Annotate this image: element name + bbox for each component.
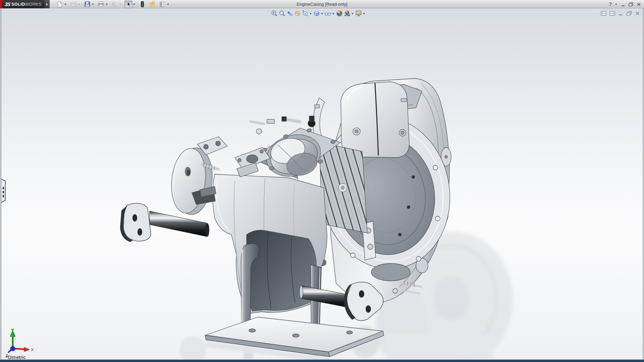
view-orientation-caret[interactable] [310,13,312,15]
print-dropdown-caret[interactable] [106,4,108,6]
file-properties-icon [149,1,156,8]
file-properties-button[interactable] [148,1,156,8]
pane-right-icon [609,11,615,16]
view-settings-icon [355,10,362,17]
pane-left-icon [601,11,606,16]
help-button[interactable]: ? [609,1,612,8]
top-cover[interactable] [341,82,409,158]
undo-icon [111,1,118,8]
minimize-button[interactable] [621,1,626,8]
new-dropdown-caret[interactable] [64,4,66,6]
apply-scene-icon [343,10,351,17]
show-pane-right-button[interactable] [609,10,615,17]
select-tool-button[interactable] [124,1,132,8]
triad-y-label: Y [11,328,14,333]
print-icon [98,1,104,8]
appearance-ball-icon [336,10,343,17]
rebuild-button[interactable] [138,1,146,8]
standard-toolbar [56,0,170,8]
left-cover-disc[interactable] [168,145,215,216]
solidworks-logo: 3S SOLIDWORKS [2,0,45,8]
show-pane-left-button[interactable] [601,10,606,17]
restore-document-icon [626,11,632,16]
open-dropdown-caret[interactable] [78,4,80,6]
zoom-to-area-icon [278,10,285,17]
view-settings-button[interactable] [355,10,362,17]
close-icon [636,2,641,7]
open-document-button[interactable] [69,1,77,8]
window-controls: ? [609,0,641,8]
display-style-icon [313,10,320,17]
close-document-icon [635,11,640,16]
restore-document-button[interactable] [626,10,632,17]
hide-show-items-button[interactable] [324,10,332,17]
view-orientation-button[interactable] [301,10,309,17]
close-document-button[interactable] [635,10,640,17]
close-button[interactable] [636,1,641,8]
previous-view-button[interactable] [286,10,293,17]
new-document-icon [56,1,63,8]
triad-x-axis: X [13,347,34,352]
window-edge-left [0,8,1,362]
options-button[interactable] [158,1,166,8]
traffic-light-icon [139,1,146,8]
section-view-button[interactable] [293,10,301,17]
options-dropdown-caret[interactable] [167,4,169,6]
triad-x-label: X [31,347,34,352]
brand-name-light: WORKS [25,2,42,7]
minimize-document-button[interactable] [618,10,623,17]
zoom-to-fit-button[interactable] [270,10,278,17]
previous-view-icon [286,10,293,17]
rod-flange-left [123,203,151,241]
zoom-to-area-button[interactable] [278,10,286,17]
help-dropdown-caret[interactable] [615,4,617,6]
minimize-document-icon [618,11,623,16]
window-edge-right [643,8,644,362]
view-orientation-icon [302,10,309,17]
save-button[interactable] [83,1,91,8]
options-checklist-icon [159,1,166,8]
solidworks-logo-glyph: 3S [4,1,11,7]
eyeglasses-icon [324,10,331,17]
restore-button[interactable] [628,1,634,8]
apply-scene-button[interactable] [343,10,351,17]
undo-dropdown-caret[interactable] [119,4,121,6]
restore-icon [628,2,634,7]
document-window-controls [601,10,640,17]
menu-expand-button[interactable] [45,0,50,8]
help-icon: ? [609,1,612,7]
menu-expand-arrow-icon [46,3,49,6]
new-document-button[interactable] [56,1,64,8]
apply-scene-caret[interactable] [352,13,354,15]
hide-show-items-caret[interactable] [332,13,334,15]
open-folder-icon [70,1,77,8]
brand-name-bold: SOLID [11,2,25,7]
print-button[interactable] [97,1,105,8]
save-dropdown-caret[interactable] [92,4,94,6]
status-bar-strip [0,359,644,362]
minimize-icon [621,2,626,7]
select-dropdown-caret[interactable] [133,4,135,6]
display-style-caret[interactable] [321,13,323,15]
titlebar: 3S SOLIDWORKS [0,0,644,8]
edit-appearance-button[interactable] [335,10,343,17]
view-settings-caret[interactable] [363,13,365,15]
zoom-to-fit-icon [271,10,278,17]
undo-button[interactable] [111,1,119,8]
headsup-view-toolbar [270,10,366,17]
select-cursor-icon [125,1,132,8]
display-style-button[interactable] [313,10,320,17]
engine-casing-model[interactable] [0,9,644,362]
graphics-viewport[interactable]: Y X Z *Dimetric [0,9,644,362]
section-view-icon [294,10,301,17]
save-floppy-icon [84,1,91,8]
triad-y-axis: Y [10,328,15,349]
